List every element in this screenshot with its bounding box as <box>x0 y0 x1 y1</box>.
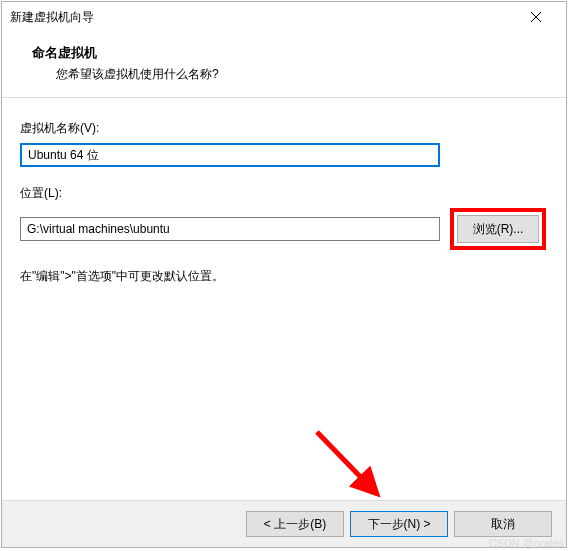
vm-name-label: 虚拟机名称(V): <box>20 120 548 137</box>
close-icon <box>531 12 541 22</box>
footer: < 上一步(B) 下一步(N) > 取消 <box>2 500 566 547</box>
browse-button[interactable]: 浏览(R)... <box>457 215 539 243</box>
close-button[interactable] <box>514 3 558 31</box>
watermark: CSDN @orales <box>489 537 564 549</box>
content-area: 虚拟机名称(V): 位置(L): 浏览(R)... 在"编辑">"首选项"中可更… <box>2 98 566 303</box>
cancel-button[interactable]: 取消 <box>454 511 552 537</box>
browse-highlight: 浏览(R)... <box>450 208 546 250</box>
location-label: 位置(L): <box>20 185 548 202</box>
hint-text: 在"编辑">"首选项"中可更改默认位置。 <box>20 268 548 285</box>
location-group: 位置(L): 浏览(R)... <box>20 185 548 250</box>
vm-name-input[interactable] <box>20 143 440 167</box>
vm-name-group: 虚拟机名称(V): <box>20 120 548 167</box>
titlebar: 新建虚拟机向导 <box>2 2 566 32</box>
svg-line-3 <box>317 432 377 494</box>
window-title: 新建虚拟机向导 <box>10 9 94 26</box>
header-title: 命名虚拟机 <box>32 44 566 62</box>
wizard-window: 新建虚拟机向导 命名虚拟机 您希望该虚拟机使用什么名称? 虚拟机名称(V): 位… <box>1 1 567 548</box>
location-row: 浏览(R)... <box>20 208 548 250</box>
back-button[interactable]: < 上一步(B) <box>246 511 344 537</box>
header-subtitle: 您希望该虚拟机使用什么名称? <box>32 66 566 83</box>
header-section: 命名虚拟机 您希望该虚拟机使用什么名称? <box>2 32 566 98</box>
location-input[interactable] <box>20 217 440 241</box>
annotation-arrow <box>307 422 397 512</box>
next-button[interactable]: 下一步(N) > <box>350 511 448 537</box>
